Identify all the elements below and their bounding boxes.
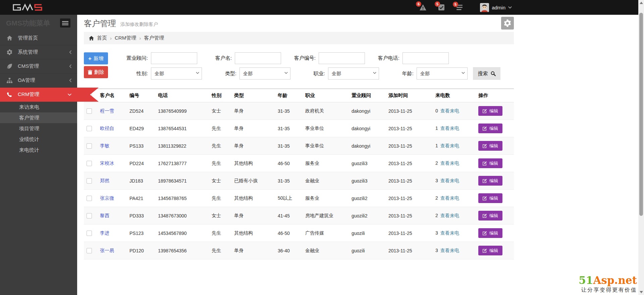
delete-button[interactable]: 删除 (84, 66, 108, 78)
row-checkbox[interactable] (87, 196, 92, 201)
sidebar-item-customer-mgmt[interactable]: 客户管理 (0, 112, 77, 123)
row-checkbox[interactable] (87, 126, 92, 131)
scroll-down-arrow[interactable] (640, 291, 643, 293)
customer-name-link[interactable]: 李敏 (100, 143, 109, 148)
edit-button[interactable]: 编辑 (478, 211, 502, 220)
row-checkbox[interactable] (87, 213, 92, 218)
customer-name-filter-input[interactable] (235, 52, 281, 64)
gms-logo-icon (12, 3, 47, 11)
gender-filter-select[interactable]: 全部 (151, 67, 202, 80)
customer-age: 31-35 (275, 172, 303, 190)
edit-button[interactable]: 编辑 (478, 193, 502, 203)
consultant-filter-input[interactable] (151, 52, 197, 64)
customer-type: 单身 (231, 102, 275, 120)
customer-name-link[interactable]: 郑然 (100, 178, 109, 183)
edit-button[interactable]: 编辑 (478, 158, 502, 168)
scrollbar[interactable] (638, 0, 644, 295)
table-row: 黎西 PD333 13487673000 女士 单身 41-45 房地产建筑业 … (84, 207, 514, 225)
edit-icon (483, 213, 487, 218)
column-header: 操作 (476, 89, 514, 102)
edit-icon (483, 161, 487, 165)
edit-button[interactable]: 编辑 (478, 106, 502, 116)
customer-phone-filter-input[interactable] (402, 52, 449, 64)
edit-button[interactable]: 编辑 (478, 124, 502, 133)
customer-name-link[interactable]: 张一易 (100, 248, 114, 253)
scrollbar-thumb[interactable] (639, 13, 643, 216)
breadcrumb-crm[interactable]: CRM管理 (115, 35, 136, 41)
customer-consultant: dakongyi (349, 137, 386, 155)
main-content: 客户管理 添加修改删除客户 首页 › CRM管理 › 客户管理 + 新增 (77, 15, 638, 295)
sidebar-item-project-mgmt[interactable]: 项目管理 (0, 123, 77, 134)
view-calls-link[interactable]: 查看来电 (440, 160, 459, 166)
customer-name-link[interactable]: 李进 (100, 230, 109, 236)
sidebar-item-dashboard[interactable]: 管理首页 (0, 31, 77, 45)
edit-icon (483, 109, 487, 113)
add-button[interactable]: + 新增 (84, 52, 108, 64)
customer-job: 事业单位 (303, 137, 349, 155)
messages-menu[interactable]: 5 (457, 5, 463, 10)
row-checkbox[interactable] (87, 161, 92, 166)
view-calls-link[interactable]: 查看来电 (440, 143, 459, 148)
row-checkbox[interactable] (87, 108, 92, 114)
user-menu[interactable]: admin (480, 3, 512, 12)
view-calls-link[interactable]: 查看来电 (440, 248, 459, 253)
sidebar-item-visits-calls[interactable]: 来访来电 (0, 102, 77, 112)
view-calls-link[interactable]: 查看来电 (440, 230, 459, 236)
settings-button[interactable] (501, 17, 514, 30)
sidebar-item-cms[interactable]: CMS管理 (0, 59, 77, 73)
gear-icon (504, 19, 511, 27)
tasks-menu[interactable]: 5 (438, 4, 444, 10)
customer-name-link[interactable]: 张京微 (100, 195, 114, 201)
row-checkbox[interactable] (87, 178, 92, 184)
age-filter-select[interactable]: 全部 (417, 67, 468, 80)
column-header: 客户名 (97, 89, 127, 102)
type-filter-label: 类型: (210, 70, 239, 77)
customer-date-added: 2013-11-25 (386, 190, 433, 207)
sidebar-item-crm[interactable]: CRM管理 (0, 88, 77, 102)
edit-button[interactable]: 编辑 (478, 246, 502, 255)
view-calls-link[interactable]: 查看来电 (440, 178, 459, 183)
edit-icon (483, 196, 487, 200)
customer-gender: 女士 (209, 172, 231, 190)
consultant-filter-label: 置业顾问: (121, 55, 151, 61)
edit-button[interactable]: 编辑 (478, 141, 502, 151)
customer-name-link[interactable]: 程一雪 (100, 108, 114, 113)
view-calls-link[interactable]: 查看来电 (440, 126, 459, 131)
alerts-menu[interactable]: 6 (420, 4, 426, 10)
row-checkbox[interactable] (87, 231, 92, 236)
job-filter-select[interactable]: 全部 (328, 67, 379, 80)
edit-button[interactable]: 编辑 (478, 228, 502, 238)
row-checkbox[interactable] (87, 248, 92, 253)
edit-button[interactable]: 编辑 (478, 176, 502, 186)
customer-name-link[interactable]: 宋校冰 (100, 160, 114, 166)
sidebar-toggle-button[interactable] (60, 18, 70, 28)
sidebar-item-oa[interactable]: OA管理 (0, 73, 77, 88)
row-checkbox[interactable] (87, 143, 92, 149)
sidebar-item-system[interactable]: 系统管理 (0, 45, 77, 59)
customer-name-link[interactable]: 欧径自 (100, 126, 114, 131)
gender-filter-label: 性别: (121, 70, 151, 77)
view-calls-link[interactable]: 查看来电 (440, 108, 459, 113)
customer-age: 46-50 (275, 155, 303, 172)
call-count-cell: 2查看来电 (433, 207, 476, 225)
page-subtitle: 添加修改删除客户 (120, 19, 158, 28)
customer-code-filter-input[interactable] (319, 52, 365, 64)
avatar (480, 3, 489, 12)
customer-gender: 女士 (209, 207, 231, 225)
breadcrumb-home[interactable]: 首页 (97, 35, 107, 41)
scroll-up-arrow[interactable] (640, 2, 643, 4)
table-row: 李敏 PS133 13811329822 先生 单身 31-35 事业单位 da… (84, 137, 514, 155)
call-count-cell: 3查看来电 (433, 242, 476, 259)
view-calls-link[interactable]: 查看来电 (440, 195, 459, 201)
customer-gender: 先生 (209, 155, 231, 172)
customer-job: 服务业 (303, 190, 349, 207)
sidebar-item-call-stats[interactable]: 来电统计 (0, 145, 77, 155)
table-row: 张一易 PD120 13987654356 先生 单身 36-40 金融业 gu… (84, 242, 514, 259)
search-button[interactable]: 搜索 (473, 67, 500, 80)
view-calls-link[interactable]: 查看来电 (440, 213, 459, 218)
customer-name-link[interactable]: 黎西 (100, 213, 109, 218)
type-filter-select[interactable]: 全部 (239, 67, 290, 80)
customer-phone: 18978634571 (155, 172, 209, 190)
sidebar-item-performance-stats[interactable]: 业绩统计 (0, 134, 77, 145)
table-header-row: 客户名 编号 电话 性别 类型 年龄 职业 置业顾问 添加时间 来电数 操作 (84, 89, 514, 102)
